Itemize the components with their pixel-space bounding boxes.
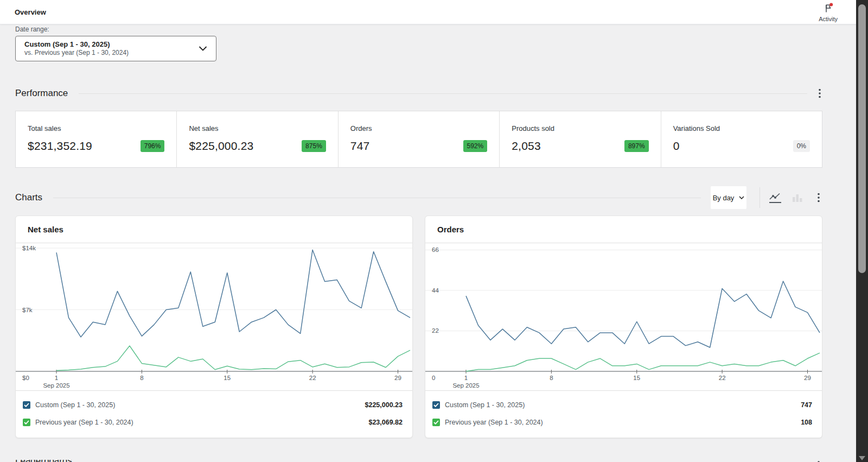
date-range-comparison: vs. Previous year (Sep 1 - 30, 2024) [24,49,129,57]
stat-label: Variations Sold [673,124,810,132]
svg-text:22: 22 [432,327,439,334]
stat-label: Total sales [28,124,164,132]
kebab-icon [818,88,821,99]
legend-label: Custom (Sep 1 - 30, 2025) [445,401,525,409]
stat-value: 2,053 [512,140,541,153]
checkbox-check-icon [24,420,29,425]
kebab-icon [817,460,820,462]
topbar: Overview Activity [0,0,868,24]
orders-chart-card: Orders 664422181522290Sep 2025 Custom (S… [425,216,822,438]
scrollbar-thumb[interactable] [858,4,866,273]
legend-checkbox[interactable] [23,419,30,426]
legend-item-previous[interactable]: Previous year (Sep 1 - 30, 2024) $23,069… [23,414,403,431]
chart-title: Orders [437,225,464,234]
leaderboards-menu-button[interactable] [816,460,821,462]
activity-button[interactable]: Activity [819,2,838,22]
date-range-selected: Custom (Sep 1 - 30, 2025) [24,40,129,49]
stat-value: 747 [350,140,370,153]
date-range-dropdown[interactable]: Custom (Sep 1 - 30, 2025) vs. Previous y… [15,36,216,61]
performance-heading: Performance [15,88,68,99]
charts-menu-button[interactable] [816,190,821,205]
chart-title: Net sales [28,225,63,234]
heading-divider [79,93,807,94]
stat-delta-badge: 875% [302,140,326,152]
legend-value: $23,069.82 [368,419,403,426]
stat-card-products-sold[interactable]: Products sold 2,053 897% [500,111,661,167]
performance-section-header: Performance [15,86,822,101]
svg-text:$0: $0 [22,375,29,381]
svg-text:1: 1 [55,375,58,381]
stat-card-net-sales[interactable]: Net sales $225,000.23 875% [177,111,338,167]
net-sales-chart-card: Net sales $14k$7k18152229$0Sep 2025 Cust… [15,216,413,438]
activity-flag-icon [823,3,834,15]
legend-item-previous[interactable]: Previous year (Sep 1 - 30, 2024) 108 [432,414,812,431]
leaderboards-section-peek: Leaderboards [15,460,822,462]
stat-label: Net sales [189,124,326,132]
stat-delta-badge: 897% [624,140,649,152]
performance-menu-button[interactable] [817,86,822,101]
svg-text:44: 44 [432,287,439,294]
svg-text:8: 8 [550,375,553,381]
page-title: Overview [15,8,46,16]
stat-delta-badge: 592% [463,140,488,152]
stat-label: Products sold [512,124,648,132]
bar-chart-toggle-button[interactable] [791,192,804,203]
date-range-label: Date range: [15,26,822,33]
scrollbar-down-arrow-icon[interactable] [859,456,865,460]
legend-item-current[interactable]: Custom (Sep 1 - 30, 2025) $225,000.23 [23,396,403,414]
svg-text:29: 29 [394,375,401,381]
stat-delta-badge: 0% [793,140,810,152]
legend-checkbox[interactable] [432,419,440,426]
stat-card-total-sales[interactable]: Total sales $231,352.19 796% [16,111,177,167]
svg-text:$7k: $7k [22,307,33,313]
svg-text:8: 8 [140,375,143,381]
svg-text:15: 15 [224,375,231,381]
activity-label: Activity [819,16,838,22]
notification-dot [829,3,833,7]
toolbar-divider [760,187,760,208]
legend-checkbox[interactable] [23,401,30,409]
charts-section-header: Charts By day [15,186,822,209]
chevron-down-icon [199,46,207,51]
chevron-down-icon [739,196,744,199]
legend-item-current[interactable]: Custom (Sep 1 - 30, 2025) 747 [432,396,812,414]
orders-chart[interactable]: 664422181522290Sep 2025 [425,243,822,390]
svg-text:66: 66 [432,246,439,253]
svg-text:1: 1 [464,375,468,381]
legend-checkbox[interactable] [432,401,440,409]
interval-select-value: By day [713,194,735,202]
line-chart-toggle-button[interactable] [768,192,782,204]
svg-text:0: 0 [432,375,435,381]
legend-value: 108 [801,419,812,426]
stat-value: $231,352.19 [28,140,92,153]
svg-text:22: 22 [309,375,316,381]
legend-label: Previous year (Sep 1 - 30, 2024) [35,419,133,426]
legend-value: 747 [801,401,812,409]
svg-text:Sep 2025: Sep 2025 [43,382,69,389]
net-sales-chart[interactable]: $14k$7k18152229$0Sep 2025 [16,243,412,390]
stat-delta-badge: 796% [141,140,165,152]
bar-chart-icon [792,193,803,202]
scrollbar[interactable] [856,0,868,462]
svg-text:29: 29 [804,375,811,381]
svg-text:15: 15 [633,375,640,381]
active-indicator [769,202,781,203]
stat-card-variations-sold[interactable]: Variations Sold 0 0% [661,111,822,167]
stat-label: Orders [350,124,487,132]
kebab-icon [817,192,820,203]
legend-label: Custom (Sep 1 - 30, 2025) [35,401,115,409]
svg-text:Sep 2025: Sep 2025 [452,382,479,389]
leaderboards-heading: Leaderboards [15,460,822,462]
checkbox-check-icon [433,403,439,407]
stat-card-orders[interactable]: Orders 747 592% [339,111,500,167]
svg-text:22: 22 [719,375,726,381]
charts-heading: Charts [15,192,42,203]
stat-value: $225,000.23 [189,140,253,153]
chart-legend: Custom (Sep 1 - 30, 2025) $225,000.23 Pr… [16,390,412,438]
interval-select[interactable]: By day [711,186,746,209]
chart-legend: Custom (Sep 1 - 30, 2025) 747 Previous y… [425,390,822,438]
performance-cards: Total sales $231,352.19 796% Net sales $… [15,111,822,168]
line-chart-icon [769,193,781,200]
legend-value: $225,000.23 [365,401,403,409]
checkbox-check-icon [24,403,29,407]
